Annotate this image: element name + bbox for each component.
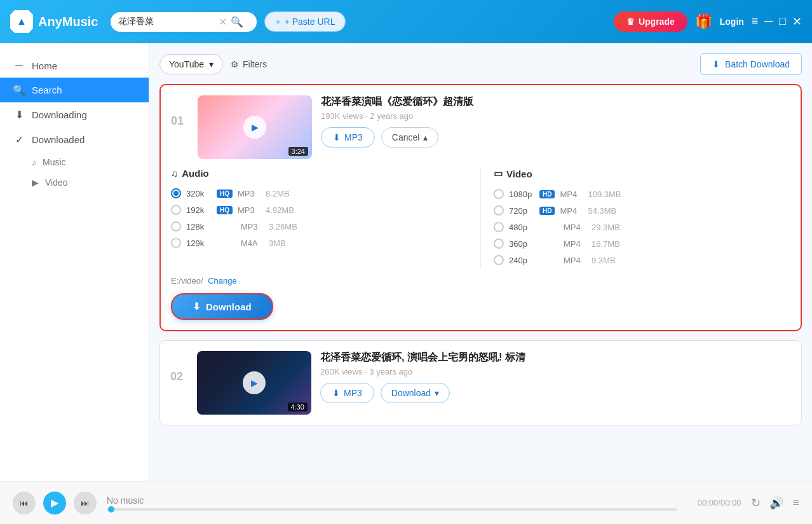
sidebar-label-downloading: Downloading (32, 109, 87, 120)
paste-url-button[interactable]: + + Paste URL (264, 11, 346, 32)
upgrade-button[interactable]: ♛ Upgrade (614, 11, 687, 32)
audio-option-128k[interactable]: 128k MP3 3.28MB (171, 218, 468, 235)
type-192k: MP3 (238, 205, 261, 215)
sidebar-item-downloaded[interactable]: ✓ Downloaded (0, 127, 149, 152)
size-360p: 16.7MB (592, 239, 620, 249)
minimize-icon[interactable]: ─ (764, 15, 773, 29)
size-720p: 54.3MB (588, 206, 616, 216)
size-240p: 9.3MB (592, 256, 616, 265)
video-label: Video (506, 169, 532, 179)
quality-1080p: 1080p (509, 190, 534, 199)
spacer-240p (539, 256, 558, 265)
search-icon[interactable]: 🔍 (231, 16, 243, 28)
downloaded-sidebar-icon: ✓ (13, 134, 25, 146)
radio-320k[interactable] (171, 188, 181, 198)
radio-240p[interactable] (494, 255, 504, 265)
audio-option-192k[interactable]: 192k HQ MP3 4.92MB (171, 202, 468, 218)
play-icon: ▶ (51, 497, 58, 509)
radio-720p[interactable] (494, 205, 504, 216)
radio-129k[interactable] (171, 238, 181, 248)
sidebar-item-home[interactable]: ─ Home (0, 53, 149, 78)
video-option-360p[interactable]: 360p MP4 16.7MB (494, 235, 790, 252)
size-128k: 3.28MB (269, 222, 297, 231)
search-input[interactable] (118, 17, 213, 27)
change-link[interactable]: Change (208, 276, 237, 286)
progress-dot (108, 506, 114, 513)
home-icon: ─ (13, 60, 25, 71)
progress-bar[interactable] (107, 508, 677, 511)
mp3-button-1[interactable]: ⬇ MP3 (321, 127, 375, 148)
sidebar-item-music[interactable]: ♪ Music (0, 152, 149, 172)
prev-button[interactable]: ⏮ (13, 492, 36, 514)
video-option-480p[interactable]: 480p MP4 29.3MB (494, 219, 790, 235)
hd-badge-720p: HD (539, 207, 555, 215)
radio-128k[interactable] (171, 221, 181, 231)
gift-icon[interactable]: 🎁 (695, 13, 712, 30)
size-480p: 29.3MB (592, 223, 620, 232)
video-option-240p[interactable]: 240p MP4 9.3MB (494, 252, 790, 268)
sidebar-label-home: Home (32, 60, 57, 71)
sidebar-item-downloading[interactable]: ⬇ Downloading (0, 102, 149, 127)
play-overlay-2[interactable]: ▶ (243, 371, 266, 394)
filters-button[interactable]: ⚙ Filters (231, 59, 267, 69)
player-controls: ⏮ ▶ ⏭ (13, 492, 97, 514)
type-480p: MP4 (564, 223, 586, 232)
top-bar: YouTube ▾ ⚙ Filters ⬇ Batch Download (159, 53, 802, 75)
size-1080p: 109.3MB (588, 190, 621, 199)
audio-col: ♫ Audio 320k HQ MP3 8.2MB 192k (171, 168, 468, 268)
login-button[interactable]: Login (720, 17, 744, 27)
batch-download-button[interactable]: ⬇ Batch Download (700, 53, 802, 75)
platform-select[interactable]: YouTube ▾ (159, 54, 223, 74)
mp3-label-2: MP3 (344, 388, 362, 398)
header-icons: ≡ ─ □ ✕ (752, 15, 802, 29)
radio-1080p[interactable] (494, 189, 504, 199)
maximize-icon[interactable]: □ (779, 15, 786, 29)
menu-icon[interactable]: ≡ (752, 15, 759, 29)
mp3-button-2[interactable]: ⬇ MP3 (320, 383, 374, 403)
radio-360p[interactable] (494, 238, 504, 249)
cancel-button-1[interactable]: Cancel ▴ (381, 127, 439, 148)
result-title-2: 花泽香菜恋爱循环, 演唱会上宅男的怒吼! 标清 (320, 351, 791, 364)
next-button[interactable]: ⏭ (74, 492, 97, 514)
quality-192k: 192k (186, 205, 212, 215)
clear-icon[interactable]: ✕ (219, 16, 227, 28)
sidebar-label-music: Music (43, 157, 66, 167)
type-360p: MP4 (564, 239, 586, 249)
playlist-icon[interactable]: ≡ (792, 496, 799, 510)
video-option-720p[interactable]: 720p HD MP4 54.3MB (494, 202, 790, 219)
hd-badge-1080p: HD (539, 190, 555, 198)
batch-download-label: Batch Download (725, 59, 790, 69)
audio-option-320k[interactable]: 320k HQ MP3 8.2MB (171, 185, 468, 202)
filter-icon: ⚙ (231, 59, 239, 69)
chevron-down-icon-2: ▾ (435, 388, 439, 398)
volume-icon[interactable]: 🔊 (769, 496, 783, 510)
audio-option-129k[interactable]: 129k M4A 3MB (171, 235, 468, 251)
player-bar: ⏮ ▶ ⏭ No music 00:00/00:00 ↻ 🔊 ≡ (0, 481, 812, 524)
thumbnail-1[interactable]: ▶ 3:24 (198, 95, 312, 159)
thumbnail-2[interactable]: ▶ 4:30 (197, 351, 311, 415)
play-button[interactable]: ▶ (43, 492, 66, 514)
play-overlay-1[interactable]: ▶ (243, 116, 266, 139)
download-main-button[interactable]: ⬇ Download (171, 293, 273, 320)
plus-icon: + (275, 17, 280, 27)
type-240p: MP4 (564, 256, 586, 265)
video-section-title: ▭ Video (494, 168, 790, 179)
sidebar-item-search[interactable]: 🔍 Search (0, 78, 149, 102)
repeat-icon[interactable]: ↻ (751, 496, 761, 510)
quality-360p: 360p (509, 239, 534, 249)
type-1080p: MP4 (560, 190, 583, 199)
spacer-480p (539, 223, 558, 232)
radio-192k[interactable] (171, 205, 181, 215)
sidebar-item-video[interactable]: ▶ Video (0, 172, 149, 193)
search-sidebar-icon: 🔍 (13, 84, 25, 96)
size-129k: 3MB (269, 238, 286, 248)
close-icon[interactable]: ✕ (792, 15, 802, 29)
cancel-label-1: Cancel (392, 132, 420, 142)
download-button-2[interactable]: Download ▾ (381, 383, 450, 403)
size-320k: 8.2MB (266, 189, 290, 198)
platform-label: YouTube (169, 59, 204, 69)
quality-480p: 480p (509, 223, 534, 232)
audio-label: Audio (182, 168, 209, 179)
radio-480p[interactable] (494, 222, 504, 232)
video-option-1080p[interactable]: 1080p HD MP4 109.3MB (494, 186, 790, 202)
